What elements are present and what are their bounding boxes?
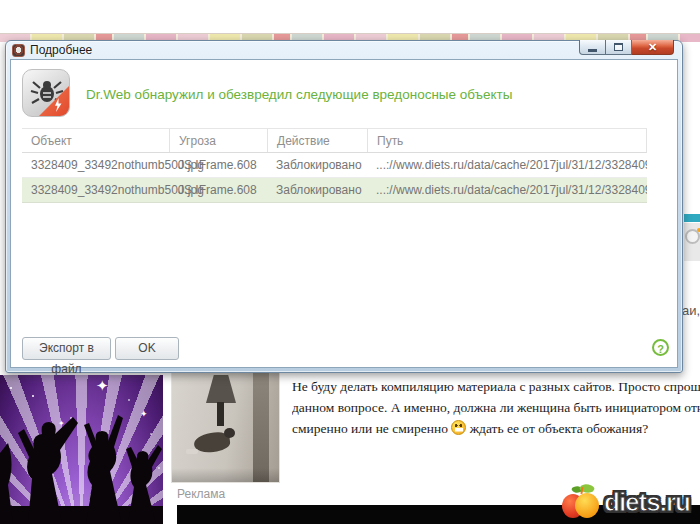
photo-shape [206, 375, 236, 403]
page-widget-fragment [684, 223, 700, 261]
column-threat: Угроза [169, 129, 267, 152]
column-path: Путь [367, 129, 646, 152]
dancers-silhouette-graphic [0, 375, 163, 524]
ad-label: Реклама [177, 487, 225, 501]
clock-icon [685, 229, 700, 244]
photo-shape [253, 373, 269, 482]
column-object: Объект [22, 134, 169, 148]
cell-path: ...://www.diets.ru/data/cache/2017jul/31… [367, 158, 647, 172]
logo-text: diets.ru [604, 487, 690, 518]
apple-shape [575, 493, 599, 518]
cell-object: 3328409_33492nothumb500.jpg [22, 183, 169, 197]
party-banner-image[interactable]: ✦ ✦ ✦ [0, 375, 163, 524]
advertisement-image[interactable] [171, 372, 280, 483]
window-controls: ✕ [579, 40, 674, 55]
screen: аи, ✦ ✦ ✦ Реклама Не буду делать компиля… [0, 0, 700, 524]
drweb-mini-icon [12, 44, 25, 57]
page-teal-strip [684, 214, 700, 222]
close-button[interactable]: ✕ [632, 40, 674, 55]
photo-shape [217, 402, 224, 426]
threats-table: Объект Угроза Действие Путь 3328409_3349… [22, 128, 647, 203]
minimize-button[interactable] [579, 40, 606, 55]
forum-line-3a: смиренно или не смиренно [292, 421, 448, 436]
photo-shape [172, 468, 279, 482]
forum-line-1: Не буду делать компиляцию материала с ра… [292, 376, 700, 397]
forum-line-3: смиренно или не смиренно ждать ее от объ… [292, 418, 700, 439]
cell-action: Заблокировано [267, 183, 367, 197]
forum-post-text: Не буду делать компиляцию материала с ра… [292, 376, 700, 439]
apple-icon [562, 485, 600, 521]
dialog-body: Dr.Web обнаружил и обезвредил следующие … [10, 59, 678, 368]
cell-threat: JS.IFrame.608 [169, 183, 267, 197]
photo-shape [224, 428, 235, 438]
diets-ru-logo[interactable]: diets.ru [560, 481, 700, 523]
drweb-logo-icon [22, 69, 70, 117]
forum-line-3b: ждать ее от объекта обожания? [470, 421, 649, 436]
cell-threat: JS.IFrame.608 [169, 158, 267, 172]
table-header: Объект Угроза Действие Путь [22, 128, 647, 153]
ok-button[interactable]: OK [115, 337, 179, 360]
cell-object: 3328409_33492nothumb500.jpg [22, 158, 169, 172]
table-row[interactable]: 3328409_33492nothumb500.jpg JS.IFrame.60… [22, 153, 647, 178]
forum-line-2: данном вопросе. А именно, должна ли женщ… [292, 397, 700, 418]
maximize-button[interactable] [606, 40, 632, 55]
help-icon[interactable]: ? [652, 339, 669, 356]
table-row-selected[interactable]: 3328409_33492nothumb500.jpg JS.IFrame.60… [22, 178, 647, 203]
dialog-title: Подробнее [30, 43, 92, 57]
page-partial-text: аи, [682, 303, 700, 318]
grin-emoji [451, 420, 466, 435]
cell-path: ...://www.diets.ru/data/cache/2017jul/31… [367, 183, 647, 197]
column-action: Действие [267, 129, 367, 152]
close-icon: ✕ [648, 42, 657, 53]
maximize-icon [614, 43, 623, 51]
minimize-icon [588, 49, 597, 52]
photo-shape [186, 449, 198, 454]
detection-message: Dr.Web обнаружил и обезвредил следующие … [86, 87, 512, 102]
cell-action: Заблокировано [267, 158, 367, 172]
drweb-dialog-window: Подробнее ✕ Dr.Web обнаружил и обезвреди… [5, 40, 683, 373]
export-button[interactable]: Экспорт в файл [22, 337, 111, 360]
